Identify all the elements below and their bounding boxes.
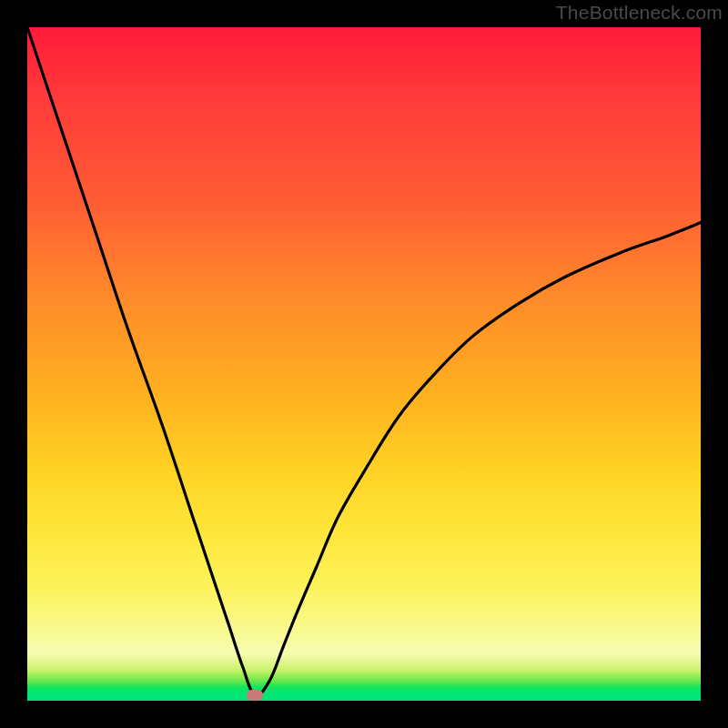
bottleneck-curve [27, 27, 701, 696]
plot-area [27, 27, 701, 701]
watermark-text: TheBottleneck.com [556, 2, 723, 24]
curve-svg [27, 27, 701, 701]
minimum-marker [247, 690, 263, 701]
chart-container: TheBottleneck.com [0, 0, 728, 728]
